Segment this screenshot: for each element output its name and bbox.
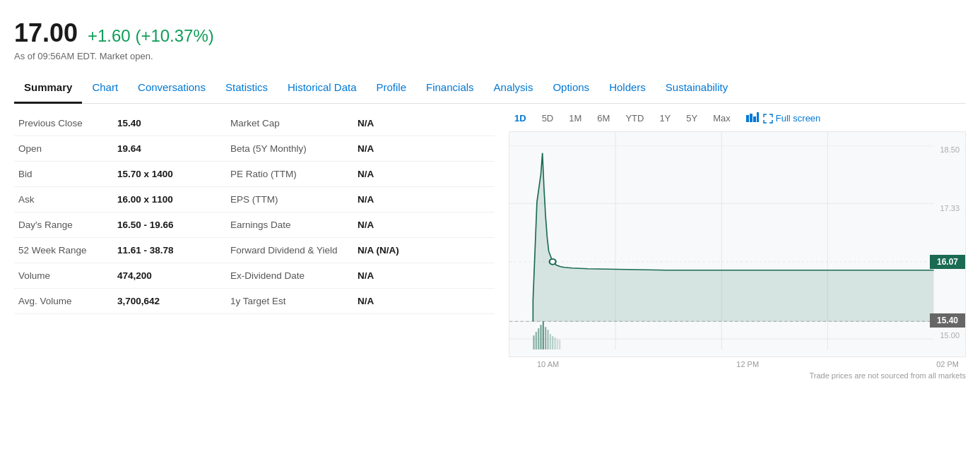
- current-price-tag: 16.07: [930, 255, 965, 269]
- chart-wrapper: 18.50 17.33: [509, 131, 966, 380]
- label-volume: Volume: [14, 263, 113, 289]
- label-pe-ratio: PE Ratio (TTM): [226, 162, 353, 187]
- label-avg-volume: Avg. Volume: [14, 289, 113, 314]
- value-earnings-date: N/A: [353, 212, 495, 238]
- y-label-18-50: 18.50: [940, 145, 960, 154]
- price-timestamp: As of 09:56AM EDT. Market open.: [14, 51, 966, 61]
- table-row: Ask 16.00 x 1100 EPS (TTM) N/A: [14, 187, 495, 212]
- tab-summary[interactable]: Summary: [14, 73, 82, 104]
- time-btn-1d[interactable]: 1D: [509, 111, 532, 126]
- label-previous-close: Previous Close: [14, 111, 113, 136]
- x-labels: 10 AM 12 PM 02 PM: [509, 357, 966, 368]
- time-btn-1y[interactable]: 1Y: [654, 111, 676, 126]
- svg-point-25: [550, 259, 556, 265]
- tab-profile[interactable]: Profile: [367, 73, 417, 104]
- fullscreen-icon: [763, 114, 773, 124]
- chart-controls: 1D 5D 1M 6M YTD 1Y 5Y Max: [509, 111, 966, 126]
- time-btn-5d[interactable]: 5D: [536, 111, 560, 126]
- prev-close-tag: 15.40: [930, 313, 965, 328]
- time-btn-6m[interactable]: 6M: [591, 111, 615, 126]
- label-market-cap: Market Cap: [226, 111, 353, 136]
- label-bid: Bid: [14, 162, 113, 187]
- tab-financials[interactable]: Financials: [416, 73, 484, 104]
- label-days-range: Day's Range: [14, 212, 113, 238]
- svg-rect-1: [750, 114, 752, 122]
- value-1y-target: N/A: [353, 289, 495, 314]
- tab-options[interactable]: Options: [543, 73, 599, 104]
- value-days-range: 16.50 - 19.66: [113, 212, 226, 238]
- label-beta: Beta (5Y Monthly): [226, 136, 353, 162]
- value-eps: N/A: [353, 187, 495, 212]
- tab-chart[interactable]: Chart: [82, 73, 128, 104]
- price-header: 17.00 +1.60 (+10.37%) As of 09:56AM EDT.…: [14, 11, 966, 67]
- fullscreen-button[interactable]: Full screen: [763, 113, 821, 124]
- label-earnings-date: Earnings Date: [226, 212, 353, 238]
- table-row: Open 19.64 Beta (5Y Monthly) N/A: [14, 136, 495, 162]
- svg-rect-3: [757, 112, 759, 122]
- table-row: Avg. Volume 3,700,642 1y Target Est N/A: [14, 289, 495, 314]
- time-btn-ytd[interactable]: YTD: [620, 111, 649, 126]
- value-ex-dividend: N/A: [353, 263, 495, 289]
- value-beta: N/A: [353, 136, 495, 162]
- bar-chart-icon[interactable]: [746, 112, 759, 124]
- svg-rect-24: [559, 340, 560, 349]
- x-label-12pm: 12 PM: [736, 360, 759, 368]
- svg-rect-20: [550, 334, 551, 349]
- fullscreen-label: Full screen: [776, 113, 821, 124]
- tab-bar: Summary Chart Conversations Statistics H…: [14, 73, 966, 104]
- time-btn-1m[interactable]: 1M: [563, 111, 587, 126]
- y-label-17-33: 17.33: [940, 204, 960, 212]
- svg-rect-0: [746, 115, 749, 122]
- main-content: Previous Close 15.40 Market Cap N/A Open…: [14, 104, 966, 380]
- table-row: Bid 15.70 x 1400 PE Ratio (TTM) N/A: [14, 162, 495, 187]
- chart-area: 18.50 17.33: [509, 131, 966, 357]
- tab-holders[interactable]: Holders: [599, 73, 656, 104]
- label-open: Open: [14, 136, 113, 162]
- label-ex-dividend: Ex-Dividend Date: [226, 263, 353, 289]
- svg-rect-17: [543, 321, 544, 349]
- value-52-week-range: 11.61 - 38.78: [113, 238, 226, 263]
- tab-sustainability[interactable]: Sustainability: [656, 73, 738, 104]
- tab-analysis[interactable]: Analysis: [484, 73, 543, 104]
- time-btn-max[interactable]: Max: [707, 111, 736, 126]
- chart-disclaimer: Trade prices are not sourced from all ma…: [509, 371, 966, 380]
- value-ask: 16.00 x 1100: [113, 187, 226, 212]
- svg-rect-2: [753, 116, 756, 122]
- value-forward-dividend: N/A (N/A): [353, 238, 495, 263]
- chart-panel: 1D 5D 1M 6M YTD 1Y 5Y Max: [495, 111, 966, 380]
- value-volume: 474,200: [113, 263, 226, 289]
- table-row: 52 Week Range 11.61 - 38.78 Forward Divi…: [14, 238, 495, 263]
- value-avg-volume: 3,700,642: [113, 289, 226, 314]
- value-previous-close: 15.40: [113, 111, 226, 136]
- data-panel: Previous Close 15.40 Market Cap N/A Open…: [14, 111, 495, 380]
- x-label-2pm: 02 PM: [936, 360, 959, 368]
- tab-conversations[interactable]: Conversations: [128, 73, 216, 104]
- value-open: 19.64: [113, 136, 226, 162]
- svg-rect-21: [552, 336, 553, 349]
- value-bid: 15.70 x 1400: [113, 162, 226, 187]
- current-price: 17.00: [14, 18, 78, 47]
- svg-rect-22: [554, 337, 555, 349]
- svg-rect-18: [545, 327, 546, 349]
- label-52-week-range: 52 Week Range: [14, 238, 113, 263]
- label-forward-dividend: Forward Dividend & Yield: [226, 238, 353, 263]
- tab-historical-data[interactable]: Historical Data: [278, 73, 367, 104]
- y-label-15-00: 15.00: [940, 331, 960, 340]
- x-label-10am: 10 AM: [537, 360, 559, 368]
- chart-svg: [509, 132, 965, 356]
- svg-rect-19: [547, 330, 548, 349]
- tab-statistics[interactable]: Statistics: [216, 73, 278, 104]
- label-ask: Ask: [14, 187, 113, 212]
- table-row: Volume 474,200 Ex-Dividend Date N/A: [14, 263, 495, 289]
- svg-rect-15: [538, 328, 539, 349]
- label-1y-target: 1y Target Est: [226, 289, 353, 314]
- time-btn-5y[interactable]: 5Y: [680, 111, 703, 126]
- price-change: +1.60 (+10.37%): [88, 26, 214, 45]
- svg-rect-14: [536, 332, 537, 349]
- value-market-cap: N/A: [353, 111, 495, 136]
- table-row: Previous Close 15.40 Market Cap N/A: [14, 111, 495, 136]
- svg-rect-13: [533, 335, 534, 349]
- svg-rect-23: [557, 339, 558, 349]
- svg-rect-16: [540, 325, 541, 349]
- table-row: Day's Range 16.50 - 19.66 Earnings Date …: [14, 212, 495, 238]
